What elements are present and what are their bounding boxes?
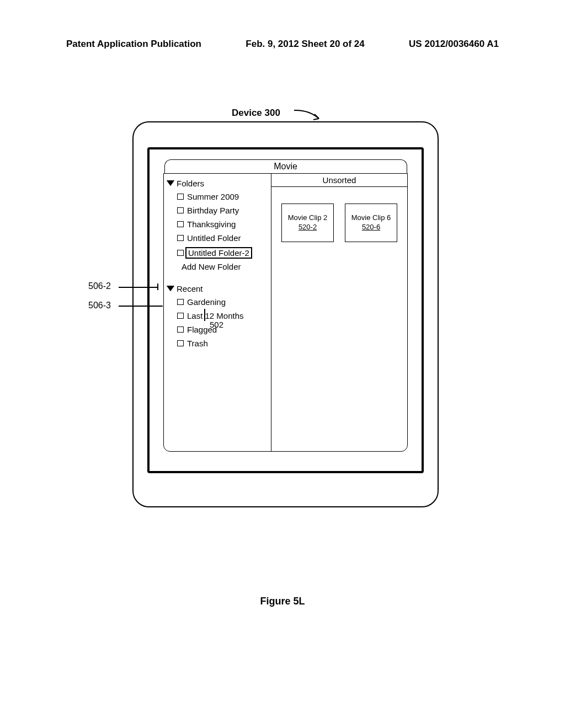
- sidebar-item-thanksgiving[interactable]: Thanksgiving: [166, 217, 269, 231]
- figure-label: Figure 5L: [260, 596, 305, 607]
- sidebar-section-recent[interactable]: Recent: [166, 282, 269, 295]
- content-title: Unsorted: [271, 174, 407, 187]
- sidebar-item-label: Untitled Folder: [187, 233, 241, 243]
- folder-icon: [177, 340, 184, 346]
- callout-506-2: 506-2: [88, 281, 111, 291]
- clips-grid: Movie Clip 2 520-2 Movie Clip 6 520-6: [271, 187, 407, 259]
- sidebar-item-untitled-folder-2[interactable]: Untitled Folder-2: [166, 245, 269, 261]
- clip-ref: 520-2: [299, 223, 317, 232]
- folder-icon: [177, 326, 184, 333]
- recent-header-label: Recent: [177, 284, 203, 293]
- lead-line: [204, 309, 205, 321]
- sidebar-item-summer-2009[interactable]: Summer 2009: [166, 190, 269, 204]
- sidebar-item-untitled-folder[interactable]: Untitled Folder: [166, 231, 269, 245]
- movie-clip-6[interactable]: Movie Clip 6 520-6: [345, 204, 397, 242]
- sidebar-item-trash[interactable]: Trash: [166, 336, 269, 350]
- callout-506-3: 506-3: [88, 301, 111, 311]
- sidebar-item-label: Trash: [187, 339, 208, 348]
- folder-icon: [177, 299, 184, 305]
- chevron-down-icon: [167, 286, 174, 291]
- add-new-folder-button[interactable]: Add New Folder: [166, 261, 269, 272]
- folder-icon: [177, 194, 184, 200]
- folders-header-label: Folders: [177, 179, 204, 188]
- page-header: Patent Application Publication Feb. 9, 2…: [0, 39, 565, 50]
- lead-line: [119, 287, 157, 288]
- folder-icon: [177, 235, 184, 241]
- add-new-folder-label: Add New Folder: [182, 262, 241, 271]
- sidebar-item-label: Summer 2009: [187, 192, 239, 201]
- sidebar-item-label: Untitled Folder-2: [185, 247, 252, 259]
- sidebar-item-label: Thanksgiving: [187, 220, 236, 229]
- sidebar-item-gardening[interactable]: Gardening: [166, 295, 269, 309]
- header-left: Patent Application Publication: [66, 39, 201, 50]
- sidebar-item-birthday-party[interactable]: Birthday Party: [166, 204, 269, 217]
- sidebar-item-label: Gardening: [187, 297, 226, 307]
- content-panel: Unsorted Movie Clip 2 520-2 Movie Clip 6…: [271, 174, 407, 451]
- sidebar-section-folders[interactable]: Folders: [166, 177, 269, 190]
- lead-line: [157, 283, 158, 290]
- header-mid: Feb. 9, 2012 Sheet 20 of 24: [246, 39, 364, 50]
- clip-ref: 520-6: [362, 223, 380, 232]
- folder-icon: [177, 313, 184, 319]
- sidebar-item-label: Last 12 Months: [187, 311, 244, 320]
- lead-line: [119, 306, 163, 307]
- clip-name: Movie Clip 6: [351, 213, 391, 223]
- folder-icon: [177, 221, 184, 227]
- chevron-down-icon: [167, 181, 174, 186]
- screen: Movie Folders Summer 2009 Birthday Party: [147, 147, 424, 473]
- callout-502: 502: [210, 320, 223, 329]
- sidebar: Folders Summer 2009 Birthday Party Thank…: [164, 174, 271, 451]
- movie-clip-2[interactable]: Movie Clip 2 520-2: [281, 204, 334, 242]
- app-body: Folders Summer 2009 Birthday Party Thank…: [163, 173, 408, 452]
- device-frame: Movie Folders Summer 2009 Birthday Party: [132, 121, 439, 507]
- folder-icon: [177, 250, 184, 256]
- app-title: Movie: [164, 159, 407, 173]
- device-label: Device 300: [232, 108, 280, 119]
- clip-name: Movie Clip 2: [288, 213, 328, 223]
- folder-icon: [177, 207, 184, 213]
- header-right: US 2012/0036460 A1: [409, 39, 499, 50]
- sidebar-item-label: Birthday Party: [187, 206, 239, 215]
